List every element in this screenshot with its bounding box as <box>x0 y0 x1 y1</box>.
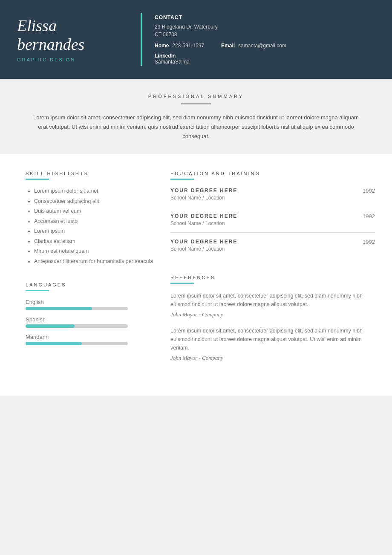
language-name: English <box>26 299 153 305</box>
contact-block: CONTACT 29 Ridgeland Dr, Waterbury, CT 0… <box>155 13 375 66</box>
language-bar-bg <box>26 342 128 345</box>
references-underline <box>170 283 194 284</box>
language-bar-fill <box>26 324 75 328</box>
edu-details: YOUR DEGREE HERE School Name / Location <box>170 239 237 252</box>
home-label: Home <box>155 43 169 49</box>
email-value: samanta@gmail.com <box>238 43 286 49</box>
left-column: SKILL HIGHLIGHTS Lorem ipsum dolor sit a… <box>26 171 153 379</box>
language-bar-fill <box>26 342 82 345</box>
edu-school: School Name / Location <box>170 195 237 201</box>
reference-entry: Lorem ipsum dolor sit amet, consectetuer… <box>170 292 375 318</box>
summary-section: PROFESSIONAL SUMMARY Lorem ipsum dolor s… <box>0 79 392 154</box>
references-section: REFERENCES Lorem ipsum dolor sit amet, c… <box>170 275 375 361</box>
reference-name: John Mayor - Company <box>170 311 375 318</box>
education-title: EDUCATION AND TRAINING <box>170 171 375 176</box>
languages-list: English Spanish Mandarin <box>26 299 153 345</box>
references-list: Lorem ipsum dolor sit amet, consectetuer… <box>170 292 375 361</box>
education-entry: YOUR DEGREE HERE School Name / Location … <box>170 188 375 207</box>
summary-text: Lorem ipsum dolor sit amet, consectetuer… <box>30 113 362 141</box>
edu-year: 1992 <box>363 239 375 245</box>
edu-year: 1992 <box>363 188 375 194</box>
email-contact: Email samanta@gmail.com <box>221 43 286 49</box>
education-underline <box>170 179 194 180</box>
edu-school: School Name / Location <box>170 220 237 226</box>
language-item: Mandarin <box>26 334 153 345</box>
edu-school: School Name / Location <box>170 246 237 252</box>
job-title: GRAPHIC DESIGN <box>17 57 119 62</box>
email-label: Email <box>221 43 235 49</box>
main-content: SKILL HIGHLIGHTS Lorem ipsum dolor sit a… <box>0 154 392 396</box>
edu-details: YOUR DEGREE HERE School Name / Location <box>170 213 237 226</box>
skill-item: Duis autem vel eum <box>34 208 153 215</box>
summary-title: PROFESSIONAL SUMMARY <box>26 94 366 99</box>
contact-address: 29 Ridgeland Dr, Waterbury, CT 06708 <box>155 23 375 38</box>
language-bar-fill <box>26 307 92 310</box>
reference-name: John Mayor - Company <box>170 355 375 361</box>
right-column: EDUCATION AND TRAINING YOUR DEGREE HERE … <box>170 171 375 379</box>
name-block: Elissa bernandes GRAPHIC DESIGN <box>17 13 128 66</box>
skill-item: Lorem ipsum <box>34 228 153 235</box>
language-name: Mandarin <box>26 334 153 340</box>
reference-text: Lorem ipsum dolor sit amet, consectetuer… <box>170 292 375 309</box>
first-name: Elissa <box>17 17 57 35</box>
home-contact: Home 223-591-1597 <box>155 43 204 49</box>
languages-underline <box>26 290 49 291</box>
skill-item: Consectetuer adipiscing elit <box>34 198 153 205</box>
reference-entry: Lorem ipsum dolor sit amet, consectetuer… <box>170 327 375 361</box>
header: Elissa bernandes GRAPHIC DESIGN CONTACT … <box>0 0 392 79</box>
reference-text: Lorem ipsum dolor sit amet, consectetuer… <box>170 327 375 352</box>
language-bar-bg <box>26 307 128 310</box>
references-title: REFERENCES <box>170 275 375 280</box>
education-section: EDUCATION AND TRAINING YOUR DEGREE HERE … <box>170 171 375 258</box>
skill-item: Anteposuerit litterarum for humanitatis … <box>34 258 153 266</box>
education-entry: YOUR DEGREE HERE School Name / Location … <box>170 213 375 233</box>
linkedin-block: LinkedIn SamantaSalma <box>155 53 375 65</box>
summary-underline <box>181 103 211 104</box>
skill-item: Mirum est notare quam <box>34 248 153 255</box>
contact-label: CONTACT <box>155 14 375 20</box>
contact-row: Home 223-591-1597 Email samanta@gmail.co… <box>155 43 375 49</box>
skill-item: Claritas est etiam <box>34 238 153 246</box>
edu-year: 1992 <box>363 213 375 220</box>
edu-degree: YOUR DEGREE HERE <box>170 239 237 245</box>
linkedin-label: LinkedIn <box>155 53 375 59</box>
languages-section: LANGUAGES English Spanish Mandarin <box>26 282 153 345</box>
languages-title: LANGUAGES <box>26 282 153 287</box>
edu-degree: YOUR DEGREE HERE <box>170 188 237 194</box>
skills-underline <box>26 179 49 180</box>
skill-item: Lorem ipsum dolor sit amet <box>34 188 153 195</box>
header-divider <box>141 13 142 66</box>
education-list: YOUR DEGREE HERE School Name / Location … <box>170 188 375 258</box>
linkedin-value: SamantaSalma <box>155 59 375 65</box>
edu-degree: YOUR DEGREE HERE <box>170 213 237 219</box>
last-name: bernandes <box>17 35 84 53</box>
language-bar-bg <box>26 324 128 328</box>
full-name: Elissa bernandes <box>17 17 119 54</box>
language-name: Spanish <box>26 316 153 323</box>
skills-title: SKILL HIGHLIGHTS <box>26 171 153 176</box>
skills-section: SKILL HIGHLIGHTS Lorem ipsum dolor sit a… <box>26 171 153 265</box>
language-item: Spanish <box>26 316 153 328</box>
language-item: English <box>26 299 153 310</box>
home-value: 223-591-1597 <box>172 43 204 49</box>
edu-details: YOUR DEGREE HERE School Name / Location <box>170 188 237 201</box>
skills-list: Lorem ipsum dolor sit ametConsectetuer a… <box>26 188 153 265</box>
education-entry: YOUR DEGREE HERE School Name / Location … <box>170 239 375 258</box>
skill-item: Accumsan et iusto <box>34 218 153 225</box>
